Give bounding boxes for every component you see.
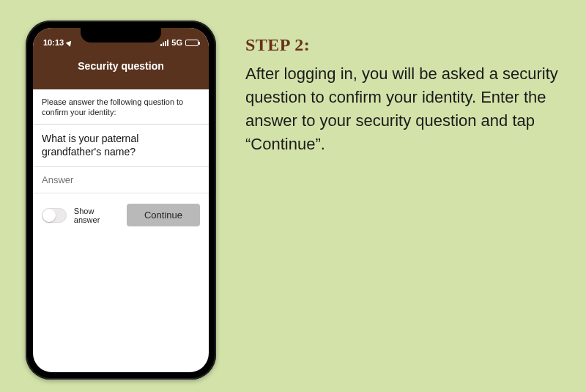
- answer-input[interactable]: [33, 167, 209, 193]
- step-title: STEP 2:: [245, 35, 560, 55]
- controls-row: Show answer Continue: [33, 193, 209, 237]
- signal-bars-icon: [160, 39, 168, 46]
- toggle-knob: [42, 209, 56, 222]
- status-time: 10:13: [43, 38, 64, 47]
- answer-row: [33, 167, 209, 193]
- continue-button[interactable]: Continue: [127, 204, 200, 226]
- instructions-panel: STEP 2: After logging in, you will be as…: [245, 35, 560, 156]
- prompt-text: Please answer the following question to …: [33, 89, 209, 125]
- status-right: 5G: [160, 38, 199, 47]
- show-answer-label: Show answer: [74, 207, 119, 224]
- location-arrow-icon: [66, 39, 74, 47]
- phone-screen: 10:13 5G Security question Please answer…: [33, 28, 209, 372]
- phone-device-frame: 10:13 5G Security question Please answer…: [26, 21, 216, 380]
- network-label: 5G: [171, 38, 182, 47]
- screen-title: Security question: [33, 50, 209, 72]
- status-left: 10:13: [43, 38, 73, 47]
- show-answer-toggle[interactable]: [42, 208, 67, 223]
- step-body: After logging in, you will be asked a se…: [245, 62, 560, 156]
- phone-notch: [81, 28, 161, 42]
- phone-body: Please answer the following question to …: [33, 89, 209, 237]
- security-question-text: What is your paternal grandfather's name…: [33, 125, 209, 168]
- battery-icon: [185, 40, 199, 46]
